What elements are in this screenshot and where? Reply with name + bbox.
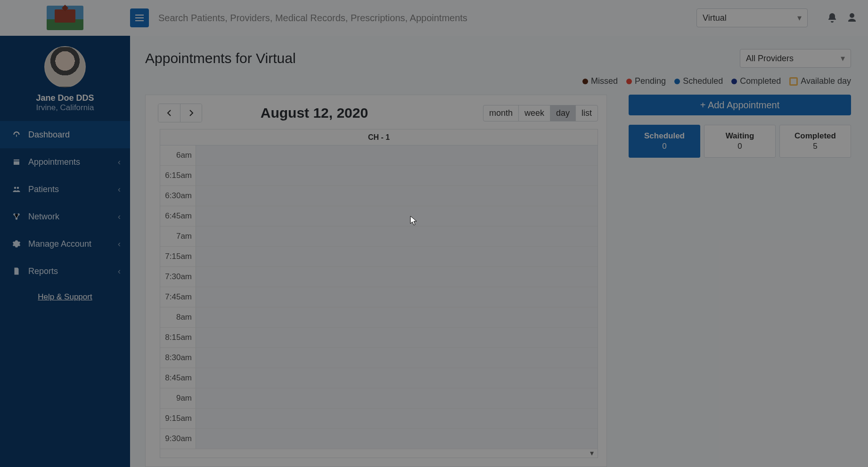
time-slot[interactable]: 6:15am (160, 166, 598, 186)
slot-time: 9:15am (160, 409, 196, 428)
nav-label: Patients (28, 185, 59, 194)
slot-area[interactable] (196, 429, 598, 449)
slot-area[interactable] (196, 348, 598, 368)
slot-time: 9:30am (160, 429, 196, 449)
view-day[interactable]: day (550, 105, 575, 121)
time-slot[interactable]: 7:30am (160, 267, 598, 287)
profile-block: Jane Doe DDS Irvine, California (0, 36, 130, 121)
panels: August 12, 2020 month week day list CH -… (145, 95, 851, 467)
legend-available: Available day (789, 76, 851, 86)
slot-area[interactable] (196, 368, 598, 388)
slot-area[interactable] (196, 226, 598, 246)
search-input[interactable] (158, 13, 696, 24)
slot-area[interactable] (196, 166, 598, 185)
time-slot[interactable]: 8am (160, 307, 598, 328)
legend-pending: Pending (626, 76, 666, 86)
slot-area[interactable] (196, 328, 598, 347)
stat-waiting[interactable]: Waiting 0 (704, 125, 776, 158)
collapse-down-button[interactable]: ▾ (587, 449, 597, 457)
nav-dashboard[interactable]: Dashboard (0, 121, 130, 148)
user-icon[interactable] (846, 12, 858, 24)
calendar-body: CH - 1 ▴ 6am6:15am6:30am6:45am7am7:15am7… (160, 129, 598, 458)
main-row: Jane Doe DDS Irvine, California Dashboar… (0, 36, 868, 467)
calendar-icon (12, 158, 21, 166)
help-support-link[interactable]: Help & Support (38, 292, 92, 301)
dot-icon (582, 79, 588, 84)
page-title: Appointments for Virtual (145, 50, 296, 66)
stat-row: Scheduled 0 Waiting 0 Completed 5 (629, 125, 851, 158)
provider-select[interactable]: All Providers ▾ (740, 49, 851, 68)
chevron-left-icon: ‹ (118, 239, 121, 249)
menu-toggle-button[interactable] (130, 8, 149, 27)
time-slot[interactable]: 7am (160, 226, 598, 247)
calendar-date: August 12, 2020 (146, 105, 483, 121)
slot-area[interactable] (196, 267, 598, 287)
chevron-left-icon: ‹ (118, 157, 121, 167)
location-select[interactable]: Virtual ▾ (696, 8, 808, 27)
time-slot[interactable]: 9am (160, 388, 598, 409)
chevron-down-icon: ▾ (841, 53, 845, 64)
report-icon (12, 267, 21, 275)
title-row: Appointments for Virtual All Providers ▾ (145, 49, 851, 68)
patients-icon (12, 185, 21, 193)
stat-scheduled[interactable]: Scheduled 0 (629, 125, 700, 158)
time-slot[interactable]: 6:30am (160, 186, 598, 206)
slot-time: 7am (160, 226, 196, 246)
dot-icon (674, 79, 680, 84)
time-slot[interactable]: 8:45am (160, 368, 598, 388)
time-slot[interactable]: 7:45am (160, 287, 598, 307)
slot-area[interactable] (196, 409, 598, 428)
view-switcher: month week day list (483, 105, 598, 121)
legend-missed: Missed (582, 76, 618, 86)
provider-select-value: All Providers (746, 54, 794, 64)
slot-area[interactable] (196, 206, 598, 226)
time-slot[interactable]: 7:15am (160, 247, 598, 267)
logo-container (0, 6, 130, 30)
time-slot[interactable]: 6am (160, 145, 598, 166)
slot-time: 8am (160, 307, 196, 327)
time-slot[interactable]: 9:15am (160, 409, 598, 429)
view-month[interactable]: month (483, 105, 518, 121)
slots-wrapper: ▴ 6am6:15am6:30am6:45am7am7:15am7:30am7:… (160, 145, 598, 458)
right-column: + Add Appointment Scheduled 0 Waiting 0 … (629, 95, 851, 467)
slot-list[interactable]: 6am6:15am6:30am6:45am7am7:15am7:30am7:45… (160, 145, 598, 458)
slot-time: 6:30am (160, 186, 196, 206)
add-appointment-button[interactable]: + Add Appointment (629, 95, 851, 115)
nav-reports[interactable]: Reports ‹ (0, 258, 130, 285)
nav-patients[interactable]: Patients ‹ (0, 176, 130, 203)
view-list[interactable]: list (575, 105, 598, 121)
time-slot[interactable]: 8:15am (160, 328, 598, 348)
nav-appointments[interactable]: Appointments ‹ (0, 148, 130, 176)
slot-area[interactable] (196, 307, 598, 327)
view-week[interactable]: week (518, 105, 550, 121)
slot-time: 8:15am (160, 328, 196, 347)
stat-value: 5 (813, 142, 817, 151)
chevron-left-icon: ‹ (118, 185, 121, 194)
stat-completed[interactable]: Completed 5 (779, 125, 851, 158)
dot-icon (626, 79, 632, 84)
slot-time: 7:30am (160, 267, 196, 287)
top-bar: Virtual ▾ (0, 0, 868, 36)
calendar-card: August 12, 2020 month week day list CH -… (145, 95, 607, 467)
slot-area[interactable] (196, 186, 598, 206)
slot-area[interactable] (196, 287, 598, 307)
slot-area[interactable] (196, 247, 598, 266)
nav-label: Network (28, 212, 59, 222)
slot-time: 7:45am (160, 287, 196, 307)
slot-area[interactable] (196, 145, 598, 165)
column-header: CH - 1 (160, 129, 598, 145)
chevron-down-icon: ▾ (797, 13, 802, 23)
network-icon (12, 212, 21, 221)
time-slot[interactable]: 6:45am (160, 206, 598, 226)
legend-label: Completed (740, 76, 781, 86)
time-slot[interactable]: 9:30am (160, 429, 598, 449)
bell-icon[interactable] (827, 12, 838, 24)
dot-icon (731, 79, 737, 84)
avatar (44, 46, 86, 88)
time-slot[interactable]: 8:30am (160, 348, 598, 368)
slot-area[interactable] (196, 388, 598, 408)
nav-label: Appointments (28, 157, 80, 167)
nav-manage-account[interactable]: Manage Account ‹ (0, 230, 130, 258)
hamburger-icon (135, 15, 144, 21)
nav-network[interactable]: Network ‹ (0, 203, 130, 230)
